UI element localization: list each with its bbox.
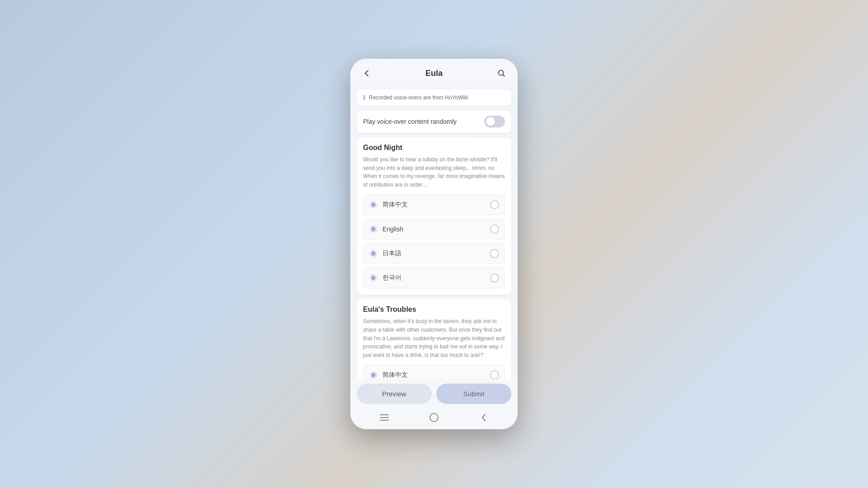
radio-en[interactable] [490,225,499,234]
radio-ko[interactable] [490,273,499,282]
lang-option-zh[interactable]: 简体中文 [363,194,505,215]
info-banner: ℹ Recorded voice-overs are from HoYoWiki [357,89,511,106]
page-title: Eula [425,69,443,78]
radio-zh2[interactable] [490,371,499,379]
info-text: Recorded voice-overs are from HoYoWiki [369,94,468,101]
nav-bar [350,408,518,429]
radio-ja[interactable] [490,249,499,258]
sound-icon-zh2 [369,371,378,379]
lang-left-en: English [369,225,403,234]
lang-option-zh2[interactable]: 简体中文 [363,365,505,379]
lang-option-ja[interactable]: 日本語 [363,243,505,264]
eulas-troubles-card: Eula's Troubles Sometimes, when it's bus… [357,299,511,379]
lang-name-ko: 한국어 [382,274,401,282]
back-button[interactable] [359,66,374,80]
sound-icon-ko [369,273,378,282]
lang-left-zh2: 简体中文 [369,371,408,379]
good-night-card: Good Night Would you like to hear a lull… [357,137,511,295]
nav-home-icon[interactable] [428,411,440,424]
sound-icon-zh [369,200,378,209]
lang-left-ko: 한국어 [369,273,401,282]
phone-frame: Eula ℹ Recorded voice-overs are from HoY… [350,59,518,429]
random-toggle[interactable] [484,116,505,127]
nav-back-icon[interactable] [477,411,490,424]
svg-line-1 [503,75,505,77]
nav-menu-icon[interactable] [378,411,391,424]
header: Eula [350,59,518,86]
bottom-bar: Preview Submit [350,379,518,408]
lang-left: 简体中文 [369,200,408,209]
toggle-label: Play voice-over content randomly [363,118,457,125]
lang-left-ja: 日本語 [369,249,401,258]
lang-name-en: English [382,225,403,233]
voice-over-toggle-row: Play voice-over content randomly [357,110,511,133]
sound-icon-ja [369,249,378,258]
toggle-knob [486,117,495,126]
lang-name-ja: 日本語 [382,249,401,258]
svg-point-11 [430,413,438,422]
radio-zh[interactable] [490,200,499,209]
submit-button[interactable]: Submit [436,384,511,404]
eulas-troubles-title: Eula's Troubles [363,305,505,314]
search-button[interactable] [494,66,509,80]
lang-name-zh2: 简体中文 [382,371,408,379]
info-icon: ℹ [363,94,365,101]
good-night-description: Would you like to hear a lullaby on the … [363,155,505,189]
content-area: ℹ Recorded voice-overs are from HoYoWiki… [350,86,518,379]
eulas-troubles-description: Sometimes, when it's busy in the tavern,… [363,317,505,359]
good-night-title: Good Night [363,144,505,152]
lang-option-en[interactable]: English [363,219,505,239]
sound-icon-en [369,225,378,234]
preview-button[interactable]: Preview [357,384,432,404]
lang-option-ko[interactable]: 한국어 [363,267,505,288]
lang-name-zh: 简体中文 [382,201,408,209]
